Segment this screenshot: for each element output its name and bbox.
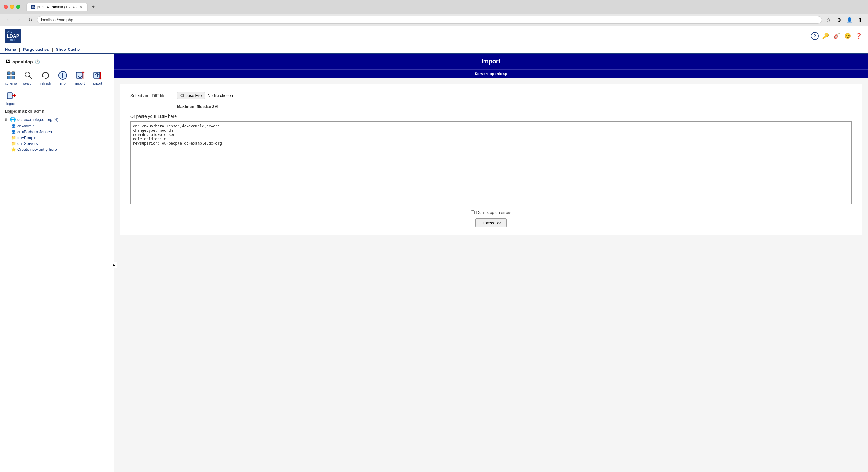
active-tab[interactable]: pL phpLDAPadmin (1.2.3) - × <box>27 3 88 11</box>
person-icon-admin: 👤 <box>11 124 16 128</box>
nav-bar: Home | Purge caches | Show Cache <box>0 46 868 54</box>
tree-link-servers[interactable]: ou=Servers <box>17 141 38 146</box>
toolbar-item-refresh[interactable]: refresh <box>39 70 52 85</box>
clock-icon: 🕐 <box>35 59 40 64</box>
browser-icons: ☆ ⊕ 👤 ⬆ <box>824 15 864 24</box>
tree-link-people[interactable]: ou=People <box>17 135 37 140</box>
main-layout: ▶ 🖥 openldap 🕐 <box>0 54 868 472</box>
info-icon <box>57 70 69 81</box>
toolbar-item-schema[interactable]: schema <box>5 70 17 85</box>
guitar-icon[interactable]: 🎸 <box>832 32 841 40</box>
svg-line-5 <box>29 76 32 79</box>
no-stop-errors-label[interactable]: Don't stop on errors <box>471 210 512 215</box>
toolbar: schema search <box>0 67 114 108</box>
file-selection-row: Select an LDIF file Choose File No file … <box>130 92 852 99</box>
file-input-area: Choose File No file chosen <box>177 92 233 99</box>
new-tab-button[interactable]: + <box>89 2 98 11</box>
tree-link-create[interactable]: Create new entry here <box>17 147 57 152</box>
import-subheader: Server: openldap <box>114 69 868 78</box>
close-button[interactable] <box>4 5 8 9</box>
select-ldif-label: Select an LDIF file <box>130 93 173 98</box>
toolbar-item-logout[interactable]: logout <box>5 90 17 105</box>
choose-file-button[interactable]: Choose File <box>177 92 205 99</box>
search-icon <box>22 70 34 81</box>
folder-icon-people: 📁 <box>11 135 16 140</box>
no-stop-errors-checkbox[interactable] <box>471 211 475 215</box>
app-container: php LDAP admin ? 🔑 🎸 😊 ❓ Home | Purge ca… <box>0 26 868 472</box>
tab-title: phpLDAPadmin (1.2.3) - <box>37 5 77 9</box>
no-stop-errors-text: Don't stop on errors <box>476 210 512 215</box>
tab-favicon: pL <box>31 5 35 9</box>
bookmark-icon[interactable]: ☆ <box>824 15 833 24</box>
globe-icon: 🌐 <box>10 117 16 122</box>
toolbar-item-export[interactable]: export <box>91 70 103 85</box>
traffic-lights <box>4 5 20 9</box>
server-heading: 🖥 openldap 🕐 <box>0 56 114 67</box>
tree-root-item[interactable]: ⊟ 🌐 dc=example,dc=org (4) <box>5 116 108 123</box>
tree-root-link[interactable]: dc=example,dc=org (4) <box>17 117 59 122</box>
paste-label: Or paste your LDIF here <box>130 114 852 119</box>
key-icon[interactable]: 🔑 <box>821 32 830 40</box>
tree-child-create[interactable]: ⭐ Create new entry here <box>11 147 108 152</box>
folder-icon-servers: 📁 <box>11 141 16 146</box>
tree-label-barbara: cn=Barbara Jensen <box>17 129 52 134</box>
ldif-textarea[interactable]: dn: cn=Barbara Jensen,dc=example,dc=org … <box>130 121 852 204</box>
svg-rect-15 <box>7 93 12 99</box>
tree-label-create: Create new entry here <box>17 147 57 152</box>
extension-icon[interactable]: ⊕ <box>835 15 843 24</box>
proceed-button[interactable]: Proceed >> <box>475 218 506 227</box>
url-bar[interactable]: localhost/cmd.php <box>37 16 822 24</box>
help-icon[interactable]: ? <box>811 32 819 40</box>
tab-bar: pL phpLDAPadmin (1.2.3) - × + <box>23 2 101 11</box>
tree-link-admin[interactable]: cn=admin <box>17 124 35 128</box>
nav-sep-1: | <box>19 47 20 52</box>
minimize-button[interactable] <box>10 5 14 9</box>
question-icon[interactable]: ❓ <box>855 32 863 40</box>
tree-toggle[interactable]: ⊟ <box>5 118 9 121</box>
tree-child-servers[interactable]: 📁 ou=Servers <box>11 140 108 147</box>
sidebar: ▶ 🖥 openldap 🕐 <box>0 54 114 472</box>
options-row: Don't stop on errors <box>130 210 852 215</box>
tree-child-barbara[interactable]: 👤 cn=Barbara Jensen <box>11 129 108 135</box>
update-icon[interactable]: ⬆ <box>856 15 864 24</box>
sidebar-expand-button[interactable]: ▶ <box>111 262 117 268</box>
header-icons: ? 🔑 🎸 😊 ❓ <box>811 32 863 40</box>
svg-rect-0 <box>7 72 10 75</box>
logout-icon <box>5 90 17 101</box>
purge-caches-link[interactable]: Purge caches <box>23 47 49 52</box>
logo-admin-text: admin <box>7 38 20 42</box>
svg-rect-7 <box>62 74 63 77</box>
show-cache-link[interactable]: Show Cache <box>56 47 80 52</box>
import-header: Import <box>114 54 868 69</box>
schema-icon <box>5 70 17 81</box>
home-link[interactable]: Home <box>5 47 16 52</box>
svg-rect-2 <box>7 76 10 79</box>
avatar-icon[interactable]: 👤 <box>845 15 854 24</box>
tree-link-barbara[interactable]: cn=Barbara Jensen <box>17 129 52 134</box>
search-label: search <box>23 82 33 85</box>
toolbar-item-search[interactable]: search <box>22 70 34 85</box>
import-icon <box>74 70 86 81</box>
server-name: openldap <box>12 59 33 64</box>
logo-ldap-text: LDAP <box>7 34 20 38</box>
back-button[interactable]: ‹ <box>4 15 12 24</box>
star-icon: ⭐ <box>11 147 16 152</box>
tree-label-servers: ou=Servers <box>17 141 38 146</box>
person-icon-barbara: 👤 <box>11 129 16 134</box>
title-bar: pL phpLDAPadmin (1.2.3) - × + <box>0 0 868 13</box>
tree-child-admin[interactable]: 👤 cn=admin <box>11 123 108 129</box>
browser-chrome: pL phpLDAPadmin (1.2.3) - × + ‹ › ↻ loca… <box>0 0 868 26</box>
forward-button[interactable]: › <box>15 15 23 24</box>
toolbar-item-import[interactable]: import <box>74 70 86 85</box>
logged-in-text: Logged in as: cn=admin <box>0 108 114 115</box>
import-label: import <box>75 82 85 85</box>
tab-close-button[interactable]: × <box>79 5 83 9</box>
toolbar-item-info[interactable]: info <box>57 70 69 85</box>
address-bar: ‹ › ↻ localhost/cmd.php ☆ ⊕ 👤 ⬆ <box>0 13 868 26</box>
tree-child-people[interactable]: 📁 ou=People <box>11 135 108 140</box>
tree-label-admin: cn=admin <box>17 124 35 128</box>
tree-label-people: ou=People <box>17 135 37 140</box>
smiley-icon[interactable]: 😊 <box>843 32 852 40</box>
reload-button[interactable]: ↻ <box>26 15 34 24</box>
maximize-button[interactable] <box>16 5 20 9</box>
